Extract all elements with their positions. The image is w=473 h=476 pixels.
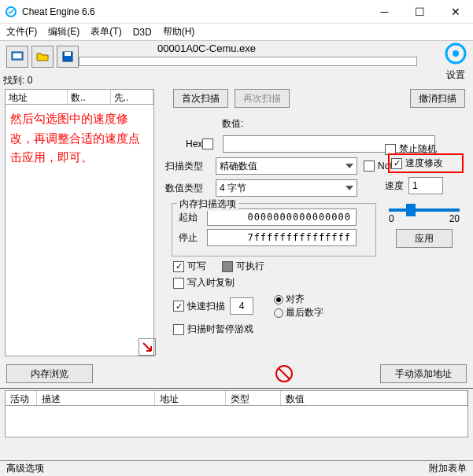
speedhack-checkbox[interactable]	[391, 158, 402, 169]
pause-checkbox[interactable]	[173, 324, 184, 335]
lastdigit-radio[interactable]	[274, 308, 283, 318]
th-addr[interactable]: 地址	[155, 391, 226, 405]
table-extras[interactable]: 附加表单	[429, 462, 467, 475]
col-address[interactable]: 地址	[6, 90, 68, 104]
fast-scan-input[interactable]	[230, 297, 253, 315]
menu-file[interactable]: 文件(F)	[6, 25, 37, 39]
advanced-options[interactable]: 高级选项	[6, 462, 44, 475]
svg-point-6	[453, 50, 459, 57]
executable-checkbox[interactable]	[222, 261, 233, 272]
window-title: Cheat Engine 6.6	[22, 6, 367, 17]
value-type-dropdown[interactable]: 4 字节	[216, 179, 357, 197]
memory-scan-options: 内存扫描选项 起始 停止	[172, 203, 376, 256]
save-button[interactable]	[57, 46, 79, 68]
writable-checkbox[interactable]	[173, 261, 184, 272]
start-label: 起始	[179, 211, 207, 224]
fast-scan-checkbox[interactable]	[173, 301, 184, 312]
open-file-button[interactable]	[31, 46, 54, 68]
result-list[interactable]: 然后勾选图中的速度修改，再调整合适的速度点击应用，即可。	[5, 105, 154, 356]
add-address-button[interactable]: 手动添加地址	[380, 364, 467, 383]
hex-checkbox[interactable]	[202, 138, 213, 149]
menu-d3d[interactable]: D3D	[133, 27, 152, 38]
speedhack-highlight: 速度修改	[388, 153, 464, 173]
annotation-text: 然后勾选图中的速度修改，再调整合适的速度点击应用，即可。	[10, 109, 149, 168]
value-label: 数值:	[222, 117, 243, 131]
speed-input[interactable]	[408, 177, 443, 194]
close-button[interactable]: ✕	[438, 0, 473, 24]
value-type-label: 数值类型	[165, 182, 216, 195]
align-radio[interactable]	[274, 295, 283, 304]
svg-rect-2	[13, 54, 21, 58]
hex-label: Hex	[186, 138, 202, 149]
menu-help[interactable]: 帮助(H)	[163, 25, 195, 39]
forbidden-icon[interactable]	[275, 365, 293, 382]
speed-slider[interactable]	[389, 208, 460, 212]
stop-label: 停止	[179, 231, 207, 245]
scan-type-label: 扫描类型	[165, 160, 216, 173]
start-address-input[interactable]	[207, 208, 357, 226]
address-table-header: 活动 描述 地址 类型 数值	[5, 390, 468, 406]
settings-icon[interactable]	[443, 41, 468, 66]
app-icon	[5, 6, 17, 18]
address-table[interactable]	[5, 406, 468, 437]
minimize-button[interactable]: ─	[367, 0, 402, 24]
process-name: 00001A0C-Cemu.exe	[157, 42, 256, 54]
result-list-header: 地址 数.. 先..	[5, 89, 154, 105]
memory-options-legend: 内存扫描选项	[177, 197, 238, 211]
memory-browse-button[interactable]: 内存浏览	[6, 364, 93, 383]
first-scan-button[interactable]: 首次扫描	[173, 89, 228, 108]
svg-rect-4	[65, 52, 71, 56]
col-previous[interactable]: 先..	[111, 90, 153, 104]
th-active[interactable]: 活动	[6, 391, 37, 405]
th-desc[interactable]: 描述	[37, 391, 155, 405]
apply-button[interactable]: 应用	[396, 229, 453, 248]
maximize-button[interactable]: ☐	[402, 0, 438, 24]
settings-label[interactable]: 设置	[443, 68, 468, 82]
next-scan-button: 再次扫描	[235, 89, 290, 108]
cow-checkbox[interactable]	[173, 278, 184, 289]
scan-type-dropdown[interactable]: 精确数值	[216, 157, 357, 175]
undo-scan-button[interactable]: 撤消扫描	[410, 89, 465, 108]
add-to-list-button[interactable]	[139, 338, 156, 356]
menu-edit[interactable]: 编辑(E)	[48, 25, 79, 39]
speed-label: 速度	[385, 179, 404, 193]
menu-table[interactable]: 表单(T)	[91, 25, 121, 39]
stop-address-input[interactable]	[207, 229, 357, 246]
open-process-button[interactable]	[6, 46, 28, 68]
col-value[interactable]: 数..	[68, 90, 110, 104]
found-count: 找到: 0	[0, 74, 473, 87]
not-checkbox[interactable]	[364, 161, 375, 172]
progress-bar	[79, 57, 417, 66]
th-val[interactable]: 数值	[281, 391, 467, 405]
th-type[interactable]: 类型	[226, 391, 281, 405]
